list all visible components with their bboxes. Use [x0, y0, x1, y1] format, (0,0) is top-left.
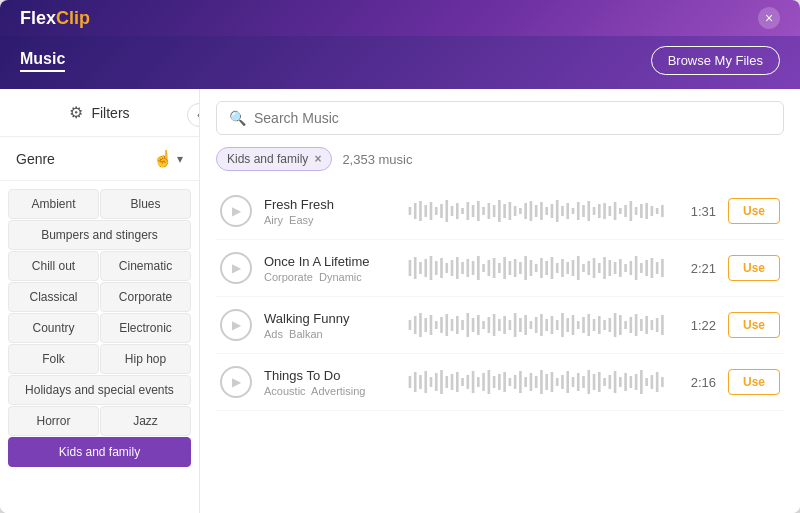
track-row: ▶ Once In A Lifetime Corporate Dynamic 2…	[216, 240, 784, 297]
svg-rect-183	[598, 372, 601, 392]
svg-rect-187	[619, 377, 622, 387]
genre-jazz[interactable]: Jazz	[100, 406, 191, 436]
svg-rect-153	[440, 370, 443, 394]
svg-rect-83	[587, 261, 590, 275]
svg-rect-128	[566, 318, 569, 332]
play-button-3[interactable]: ▶	[220, 309, 252, 341]
svg-rect-76	[551, 257, 554, 279]
close-button[interactable]: ×	[758, 7, 780, 29]
svg-rect-140	[630, 317, 633, 333]
music-list: ▶ Fresh Fresh Airy Easy 1:31 Use	[216, 183, 784, 501]
svg-rect-177	[566, 371, 569, 393]
track-row: ▶ Fresh Fresh Airy Easy 1:31 Use	[216, 183, 784, 240]
track-info-3: Walking Funny Ads Balkan	[264, 311, 394, 340]
svg-rect-5	[435, 207, 438, 215]
svg-rect-29	[561, 206, 564, 216]
genre-kids[interactable]: Kids and family	[8, 437, 191, 467]
svg-rect-136	[608, 318, 611, 332]
svg-rect-194	[656, 372, 659, 392]
svg-rect-81	[577, 256, 580, 280]
logo-text: FlexClip	[20, 8, 90, 29]
genre-header[interactable]: Genre ☝ ▾	[0, 137, 199, 181]
svg-rect-171	[535, 376, 538, 388]
genre-electronic[interactable]: Electronic	[100, 313, 191, 343]
svg-rect-119	[519, 318, 522, 332]
svg-rect-193	[651, 375, 654, 389]
svg-rect-164	[498, 374, 501, 390]
header: FlexClip ×	[0, 0, 800, 36]
svg-rect-166	[509, 378, 512, 386]
svg-rect-168	[519, 371, 522, 393]
svg-rect-14	[482, 207, 485, 215]
svg-rect-75	[545, 261, 548, 275]
filters-button[interactable]: ⚙ Filters	[0, 89, 199, 137]
track-tags-3: Ads Balkan	[264, 328, 394, 340]
waveform-2	[406, 250, 669, 286]
svg-rect-93	[640, 263, 643, 273]
svg-rect-43	[635, 207, 638, 215]
play-button-1[interactable]: ▶	[220, 195, 252, 227]
svg-rect-180	[582, 376, 585, 388]
use-button-1[interactable]: Use	[728, 198, 780, 224]
use-button-3[interactable]: Use	[728, 312, 780, 338]
svg-rect-108	[461, 320, 464, 330]
search-input[interactable]	[254, 110, 771, 126]
svg-rect-104	[440, 317, 443, 333]
track-duration-2: 2:21	[681, 261, 716, 276]
genre-holidays[interactable]: Holidays and special events	[8, 375, 191, 405]
svg-rect-98	[409, 320, 412, 330]
track-info-4: Things To Do Acoustic Advertising	[264, 368, 394, 397]
svg-rect-95	[651, 258, 654, 278]
svg-rect-77	[556, 263, 559, 273]
svg-rect-102	[430, 315, 433, 335]
svg-rect-139	[624, 321, 627, 329]
svg-rect-80	[572, 260, 575, 276]
svg-rect-62	[477, 256, 480, 280]
genre-chillout[interactable]: Chill out	[8, 251, 99, 281]
browse-files-button[interactable]: Browse My Files	[651, 46, 780, 75]
svg-rect-99	[414, 316, 417, 334]
svg-rect-126	[556, 320, 559, 330]
play-button-4[interactable]: ▶	[220, 366, 252, 398]
genre-country[interactable]: Country	[8, 313, 99, 343]
use-button-2[interactable]: Use	[728, 255, 780, 281]
genre-hiphop[interactable]: Hip hop	[100, 344, 191, 374]
genre-folk[interactable]: Folk	[8, 344, 99, 374]
svg-rect-69	[514, 259, 517, 277]
remove-filter-button[interactable]: ×	[314, 152, 321, 166]
svg-rect-156	[456, 372, 459, 392]
svg-rect-106	[451, 319, 454, 331]
svg-rect-25	[540, 202, 543, 220]
svg-rect-134	[598, 316, 601, 334]
genre-classical[interactable]: Classical	[8, 282, 99, 312]
svg-rect-53	[430, 256, 433, 280]
svg-rect-90	[624, 264, 627, 272]
svg-rect-65	[493, 258, 496, 278]
filter-tags: Kids and family × 2,353 music	[216, 147, 784, 171]
svg-rect-97	[661, 259, 664, 277]
sub-header: Music Browse My Files	[0, 36, 800, 89]
svg-rect-38	[608, 206, 611, 216]
svg-rect-86	[603, 257, 606, 279]
svg-rect-11	[466, 202, 469, 220]
svg-rect-63	[482, 264, 485, 272]
genre-ambient[interactable]: Ambient	[8, 189, 99, 219]
use-button-4[interactable]: Use	[728, 369, 780, 395]
filter-icon: ⚙	[69, 103, 83, 122]
genre-corporate[interactable]: Corporate	[100, 282, 191, 312]
svg-rect-67	[503, 257, 506, 279]
genre-horror[interactable]: Horror	[8, 406, 99, 436]
svg-rect-60	[466, 259, 469, 277]
svg-rect-172	[540, 370, 543, 394]
svg-rect-184	[603, 378, 606, 386]
genre-cinematic[interactable]: Cinematic	[100, 251, 191, 281]
svg-rect-161	[482, 373, 485, 391]
svg-rect-113	[488, 317, 491, 333]
genre-blues[interactable]: Blues	[100, 189, 191, 219]
svg-rect-158	[466, 375, 469, 389]
svg-rect-157	[461, 378, 464, 386]
svg-rect-182	[593, 374, 596, 390]
svg-rect-85	[598, 263, 601, 273]
genre-bumpers[interactable]: Bumpers and stingers	[8, 220, 191, 250]
play-button-2[interactable]: ▶	[220, 252, 252, 284]
